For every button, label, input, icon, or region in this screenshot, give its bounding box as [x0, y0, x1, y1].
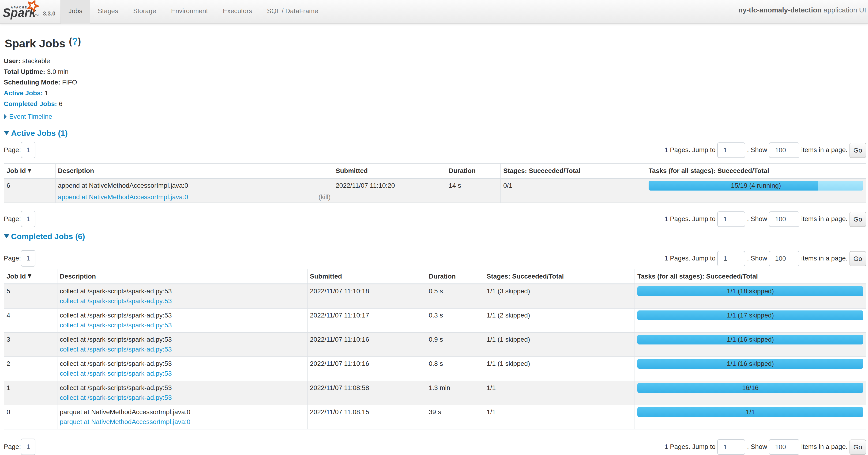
svg-text:TM: TM [35, 14, 38, 17]
